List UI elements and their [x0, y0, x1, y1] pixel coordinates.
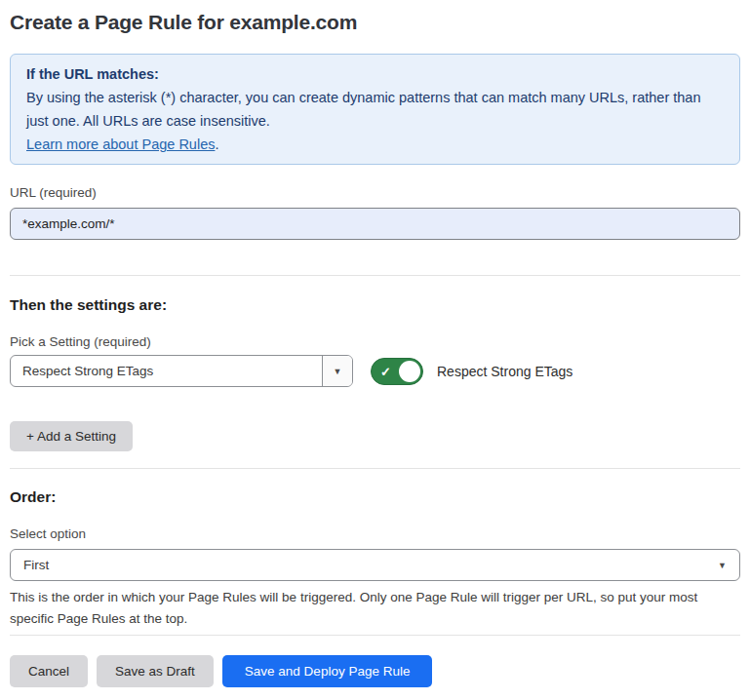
order-section-heading: Order: [10, 487, 740, 506]
toggle-knob [399, 361, 420, 382]
setting-select-row: Respect Strong ETags ▼ ✓ Respect Strong … [10, 355, 740, 387]
pick-setting-label: Pick a Setting (required) [10, 334, 740, 350]
setting-select[interactable]: Respect Strong ETags ▼ [10, 355, 353, 387]
order-select[interactable]: First ▼ [10, 549, 740, 581]
order-select-value: First [23, 558, 49, 572]
settings-section-heading: Then the settings are: [10, 295, 740, 314]
page-rule-form: Create a Page Rule for example.com If th… [0, 10, 750, 700]
url-matches-info-box: If the URL matches: By using the asteris… [10, 54, 740, 165]
setting-select-arrow-button[interactable]: ▼ [322, 356, 352, 386]
info-box-body: By using the asterisk (*) character, you… [26, 86, 724, 156]
url-field-label: URL (required) [10, 185, 740, 201]
divider [10, 468, 740, 469]
order-select-label: Select option [10, 526, 740, 542]
save-deploy-button[interactable]: Save and Deploy Page Rule [222, 655, 433, 687]
page-title: Create a Page Rule for example.com [10, 10, 740, 35]
info-box-body-text: By using the asterisk (*) character, you… [26, 90, 701, 129]
add-setting-button[interactable]: + Add a Setting [10, 421, 133, 451]
chevron-down-icon: ▼ [718, 561, 727, 570]
info-box-heading: If the URL matches: [26, 62, 724, 86]
divider [10, 635, 740, 636]
url-input[interactable] [10, 208, 740, 240]
order-help-text: This is the order in which your Page Rul… [10, 587, 733, 630]
learn-more-link[interactable]: Learn more about Page Rules [26, 136, 215, 152]
toggle-label: Respect Strong ETags [437, 364, 572, 379]
link-suffix: . [215, 136, 218, 152]
chevron-down-icon: ▼ [334, 367, 342, 376]
cancel-button[interactable]: Cancel [10, 655, 88, 687]
divider [10, 275, 740, 276]
check-icon: ✓ [380, 365, 391, 377]
setting-select-value: Respect Strong ETags [11, 356, 322, 386]
form-actions: Cancel Save as Draft Save and Deploy Pag… [10, 655, 740, 700]
respect-strong-etags-toggle[interactable]: ✓ [371, 358, 423, 385]
save-draft-button[interactable]: Save as Draft [97, 655, 214, 687]
